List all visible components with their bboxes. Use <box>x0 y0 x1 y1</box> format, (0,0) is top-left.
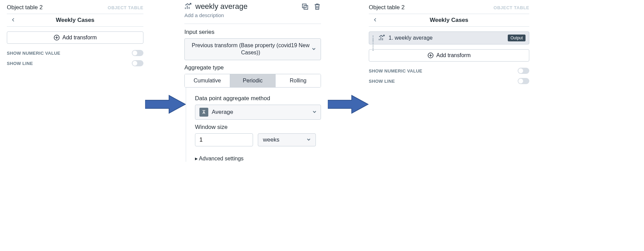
toggle-label: SHOW LINE <box>7 61 33 66</box>
trash-icon <box>313 3 321 10</box>
breadcrumb-title: Weekly Cases <box>9 17 141 24</box>
field-label-window: Window size <box>195 124 321 131</box>
duplicate-icon <box>301 3 309 10</box>
periodic-settings: Data point aggregate method Average Wind… <box>186 88 321 162</box>
add-transform-button[interactable]: Add transform <box>7 31 143 44</box>
toggle-label: SHOW NUMERIC VALUE <box>369 68 422 74</box>
back-button[interactable] <box>10 17 16 24</box>
toggle-show-numeric[interactable] <box>132 50 143 56</box>
flow-arrow <box>145 94 186 115</box>
panel-type-tag: OBJECT TABLE <box>108 5 143 10</box>
output-badge: Output <box>508 35 526 41</box>
add-transform-label: Add transform <box>436 52 471 58</box>
plus-circle-icon <box>428 52 434 58</box>
chevron-left-icon <box>11 17 16 22</box>
back-button[interactable] <box>372 17 378 24</box>
chart-trend-icon <box>184 3 192 10</box>
plus-circle-icon <box>54 35 60 41</box>
breadcrumb: Weekly Cases <box>369 14 529 27</box>
chart-trend-icon <box>378 35 385 41</box>
toggle-row: SHOW NUMERIC VALUE <box>369 68 529 74</box>
toggle-row: SHOW LINE <box>369 78 529 84</box>
toggle-show-numeric[interactable] <box>518 68 529 74</box>
transform-item-label: 1. weekly average <box>389 35 504 41</box>
editor-description[interactable]: Add a description <box>184 12 297 18</box>
toggle-row: SHOW NUMERIC VALUE <box>7 50 143 56</box>
toggle-label: SHOW LINE <box>369 79 395 84</box>
editor-title: weekly average <box>184 2 297 11</box>
duplicate-button[interactable] <box>301 3 309 10</box>
field-label-input-series: Input series <box>184 29 321 36</box>
breadcrumb: Weekly Cases <box>7 14 143 27</box>
panel-type-tag: OBJECT TABLE <box>493 5 529 10</box>
add-transform-button[interactable]: Add transform <box>369 49 529 62</box>
panel-title: Object table 2 <box>369 4 405 11</box>
chevron-down-icon <box>312 47 316 52</box>
method-select[interactable]: Average <box>195 105 321 120</box>
panel-transform-editor: weekly average Add a description Input s… <box>184 0 321 164</box>
breadcrumb-title: Weekly Cases <box>371 17 527 24</box>
panel-header: Object table 2 OBJECT TABLE <box>7 2 143 14</box>
average-icon <box>199 108 208 117</box>
delete-button[interactable] <box>313 3 321 10</box>
chevron-down-icon <box>307 136 311 143</box>
field-label-method: Data point aggregate method <box>195 95 321 102</box>
chevron-left-icon <box>373 17 378 22</box>
add-transform-label: Add transform <box>62 35 97 41</box>
flow-arrow <box>328 94 369 115</box>
advanced-settings-toggle[interactable]: Advanced settings <box>195 155 321 162</box>
method-value: Average <box>212 109 233 116</box>
input-series-select[interactable]: Previous transform (Base property (covid… <box>184 38 321 60</box>
field-label-aggregate-type: Aggregate type <box>184 64 321 71</box>
aggregate-type-segmented: Cumulative Periodic Rolling <box>184 74 321 88</box>
window-size-input[interactable] <box>195 133 253 146</box>
editor-title-text: weekly average <box>195 2 248 11</box>
window-unit-value: weeks <box>263 136 279 143</box>
toggle-row: SHOW LINE <box>7 60 143 66</box>
toggle-show-line[interactable] <box>132 60 143 66</box>
editor-header: weekly average Add a description <box>184 2 321 21</box>
panel-title: Object table 2 <box>7 4 43 11</box>
seg-cumulative[interactable]: Cumulative <box>185 74 230 87</box>
panel-right: Object table 2 OBJECT TABLE Weekly Cases… <box>369 0 529 90</box>
seg-periodic[interactable]: Periodic <box>230 74 275 87</box>
toggle-label: SHOW NUMERIC VALUE <box>7 51 60 56</box>
panel-header: Object table 2 OBJECT TABLE <box>369 2 529 14</box>
seg-rolling[interactable]: Rolling <box>275 74 321 87</box>
svg-rect-1 <box>303 4 306 8</box>
input-series-value: Previous transform (Base property (covid… <box>190 42 312 56</box>
window-unit-select[interactable]: weeks <box>258 133 316 146</box>
drag-handle-icon[interactable] <box>373 36 375 41</box>
chevron-down-icon <box>312 109 317 116</box>
transform-item[interactable]: 1. weekly average Output <box>369 31 529 44</box>
toggle-show-line[interactable] <box>518 78 529 84</box>
panel-left: Object table 2 OBJECT TABLE Weekly Cases… <box>7 0 143 72</box>
